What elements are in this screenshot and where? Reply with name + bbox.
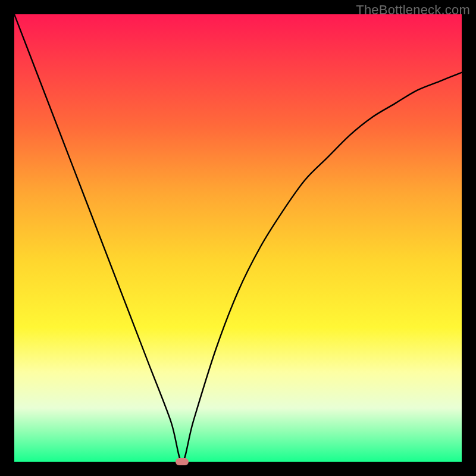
bottleneck-curve: [14, 14, 462, 462]
minimum-marker: [176, 458, 189, 465]
chart-plot-area: [14, 14, 462, 462]
watermark-text: TheBottleneck.com: [356, 2, 470, 18]
